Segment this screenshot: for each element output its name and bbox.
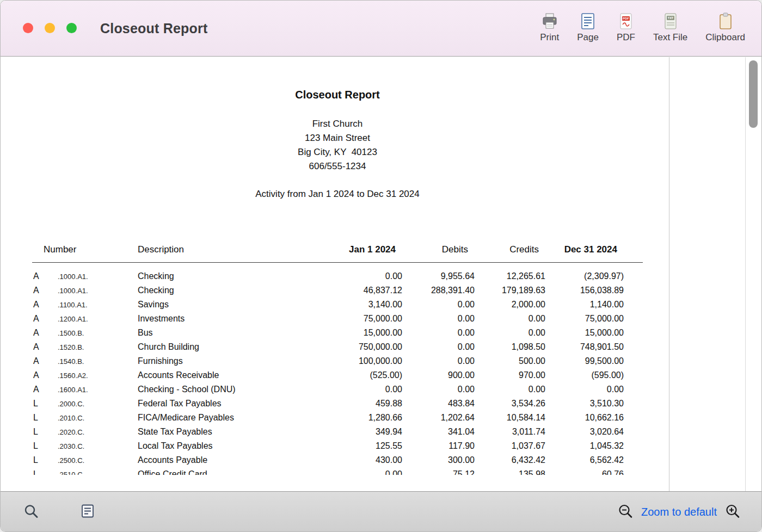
header-begin-date: Jan 1 2024 [334, 244, 402, 255]
pdf-button[interactable]: PDF PDF [617, 12, 635, 43]
zoom-in-icon [724, 512, 741, 521]
search-button[interactable] [23, 503, 39, 521]
end-balance: 6,562.42 [545, 455, 624, 465]
window-controls [23, 23, 77, 33]
table-row: A .1540.B. Furnishings 100,000.00 0.00 5… [32, 354, 643, 368]
debits-amount: 75.12 [402, 469, 475, 475]
zoom-out-button[interactable] [617, 503, 634, 521]
account-description: Bus [138, 328, 334, 338]
zoom-out-icon [617, 512, 634, 521]
debits-amount: 0.00 [402, 385, 475, 394]
account-description: Furnishings [138, 356, 334, 366]
begin-balance: 349.94 [334, 427, 402, 437]
statusbar-left-tools [23, 503, 96, 521]
clipboard-icon [716, 12, 735, 30]
credits-amount: 135.98 [475, 469, 545, 475]
account-number: .2020.C. [58, 428, 138, 436]
report-title: Closeout Report [32, 89, 643, 101]
account-description: Accounts Payable [138, 455, 334, 465]
account-number: .1520.B. [58, 343, 138, 351]
begin-balance: 1,280.66 [334, 413, 402, 423]
end-balance: 3,020.64 [545, 427, 624, 437]
account-description: Federal Tax Payables [138, 399, 334, 409]
account-description: Office Credit Card [138, 469, 334, 475]
end-balance: 748,901.50 [545, 342, 624, 352]
account-description: Accounts Receivable [138, 370, 334, 380]
page-button[interactable]: Page [577, 12, 599, 43]
zoom-in-button[interactable] [724, 503, 741, 521]
begin-balance: 430.00 [334, 455, 402, 465]
end-balance: 60.76 [545, 469, 624, 475]
pdf-button-label: PDF [617, 32, 635, 43]
account-number: .1540.B. [58, 357, 138, 366]
table-row: A .1200.A1. Investments 75,000.00 0.00 0… [32, 312, 643, 326]
org-city: Big City, KY 40123 [32, 145, 643, 159]
text-file-button[interactable]: TXT Text File [653, 12, 687, 43]
org-name: First Church [32, 117, 643, 131]
table-row: A .1000.A1. Checking 46,837.12 288,391.4… [32, 283, 643, 298]
debits-amount: 1,202.64 [402, 413, 475, 423]
titlebar: Closeout Report Print [1, 1, 761, 57]
scrollbar-thumb[interactable] [749, 60, 758, 128]
table-row: A .1000.A1. Checking 0.00 9,955.64 12,26… [32, 269, 643, 283]
page-icon [579, 12, 597, 30]
begin-balance: 0.00 [334, 469, 402, 475]
account-number: .2010.C. [58, 414, 138, 422]
begin-balance: 3,140.00 [334, 300, 402, 310]
account-number: .1560.A2. [58, 372, 138, 380]
account-number: .2510.C. [58, 471, 138, 475]
debits-amount: 0.00 [402, 328, 475, 338]
account-number: .2000.C. [58, 400, 138, 408]
begin-balance: 15,000.00 [334, 328, 402, 338]
zoom-controls: Zoom to default [617, 503, 741, 521]
print-button[interactable]: Print [540, 12, 559, 43]
end-balance: (595.00) [545, 370, 624, 380]
debits-amount: 288,391.40 [402, 286, 475, 295]
credits-amount: 12,265.61 [475, 271, 545, 281]
zoom-window-button[interactable] [66, 23, 77, 33]
print-button-label: Print [540, 32, 559, 43]
close-window-button[interactable] [23, 23, 33, 33]
header-rule [32, 262, 643, 263]
debits-amount: 300.00 [402, 455, 475, 465]
vertical-scrollbar[interactable] [745, 57, 761, 491]
end-balance: 10,662.16 [545, 413, 624, 423]
header-number: Number [32, 244, 138, 255]
header-credits: Credits [475, 244, 545, 255]
account-description: Checking [138, 286, 334, 295]
zoom-to-default-button[interactable]: Zoom to default [641, 505, 717, 518]
account-type: A [32, 286, 58, 295]
account-description: Checking [138, 271, 334, 281]
account-description: Local Tax Payables [138, 441, 334, 451]
table-row: A .1520.B. Church Building 750,000.00 0.… [32, 340, 643, 354]
account-number: .2030.C. [58, 442, 138, 450]
table-row: A .1600.A1. Checking - School (DNU) 0.00… [32, 382, 643, 397]
table-row: L .2030.C. Local Tax Payables 125.55 117… [32, 439, 643, 453]
credits-amount: 2,000.00 [475, 300, 545, 310]
header-debits: Debits [402, 244, 475, 255]
account-description: Investments [138, 314, 334, 324]
report-table-body: A .1000.A1. Checking 0.00 9,955.64 12,26… [32, 269, 643, 475]
svg-text:PDF: PDF [623, 17, 629, 20]
window-title: Closeout Report [100, 21, 207, 36]
account-type: A [32, 300, 58, 310]
account-type: L [32, 441, 58, 451]
clipboard-button[interactable]: Clipboard [705, 12, 745, 43]
text-file-icon: TXT [661, 12, 680, 30]
end-balance: 15,000.00 [545, 328, 624, 338]
table-row: A .1500.B. Bus 15,000.00 0.00 0.00 15,00… [32, 326, 643, 340]
account-description: FICA/Medicare Payables [138, 413, 334, 423]
debits-amount: 0.00 [402, 356, 475, 366]
end-balance: 1,140.00 [545, 300, 624, 310]
statusbar: Zoom to default [1, 491, 761, 531]
minimize-window-button[interactable] [45, 23, 55, 33]
table-row: L .2020.C. State Tax Payables 349.94 341… [32, 425, 643, 439]
account-type: A [32, 385, 58, 394]
debits-amount: 483.84 [402, 399, 475, 409]
credits-amount: 3,534.26 [475, 399, 545, 409]
svg-text:TXT: TXT [667, 16, 673, 20]
page-layout-button[interactable] [79, 503, 96, 521]
begin-balance: 125.55 [334, 441, 402, 451]
search-icon [23, 512, 39, 521]
org-street: 123 Main Street [32, 131, 643, 145]
